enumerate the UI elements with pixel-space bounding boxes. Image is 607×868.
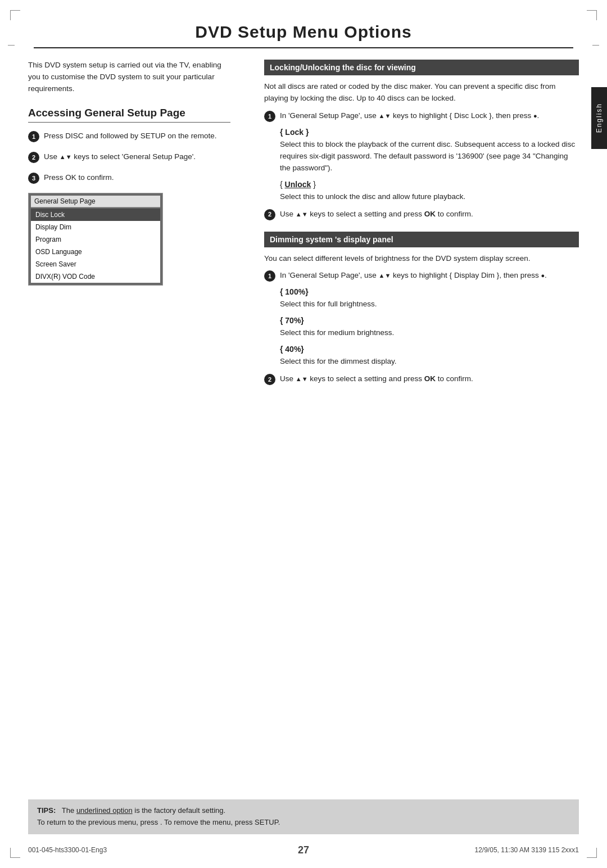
unlock-brace-open: { xyxy=(280,180,285,189)
option1-heading: { 100%} xyxy=(280,287,579,296)
english-label: English xyxy=(595,103,603,133)
arrow-icon-s1: ▲▼ xyxy=(379,112,391,119)
option3-heading: { 40%} xyxy=(280,345,579,354)
tips-bar: TIPS: The underlined option is the facto… xyxy=(28,799,579,834)
unlock-label: Unlock xyxy=(285,180,311,189)
corner-mark-bl xyxy=(10,848,20,858)
footer-right: 12/9/05, 11:30 AM 3139 115 2xxx1 xyxy=(475,846,579,854)
step-1-text: Press DISC and followed by SETUP on the … xyxy=(44,130,230,142)
section1-step2-num: 2 xyxy=(264,209,275,220)
left-column: This DVD system setup is carried out via… xyxy=(28,60,242,391)
section1-step2: 2 Use ▲▼ keys to select a setting and pr… xyxy=(264,209,579,220)
tips-underlined: underlined option xyxy=(76,806,133,815)
side-mark-right xyxy=(592,45,599,46)
corner-mark-tl xyxy=(10,10,20,20)
option3-body: Select this for the dimmest display. xyxy=(280,356,579,368)
footer-left: 001-045-hts3300-01-Eng3 xyxy=(28,846,107,854)
section1-step1: 1 In 'General Setup Page', use ▲▼ keys t… xyxy=(264,110,579,122)
menu-items: Disc Lock Display Dim Program OSD Langua… xyxy=(31,209,160,283)
menu-item-displaydim: Display Dim xyxy=(31,221,160,233)
tips-text3: To return to the previous menu, press . … xyxy=(37,818,280,826)
intro-text: This DVD system setup is carried out via… xyxy=(28,60,230,95)
page-title: DVD Setup Menu Options xyxy=(0,0,607,47)
step-2-num: 2 xyxy=(28,152,39,163)
menu-item-screensaver: Screen Saver xyxy=(31,258,160,270)
step-1: 1 Press DISC and followed by SETUP on th… xyxy=(28,130,230,142)
corner-mark-tr xyxy=(587,10,597,20)
arrow-icon-s2s2: ▲▼ xyxy=(296,376,308,382)
content-area: This DVD system setup is carried out via… xyxy=(0,60,607,391)
menu-item-program: Program xyxy=(31,233,160,246)
footer-page-num: 27 xyxy=(298,844,309,856)
side-mark-left xyxy=(8,45,15,46)
lock-heading: { Lock } xyxy=(280,128,579,137)
menu-item-disclock: Disc Lock xyxy=(31,209,160,221)
tips-text1: The xyxy=(62,806,74,815)
right-column: Locking/Unlocking the disc for viewing N… xyxy=(259,60,579,391)
section1-header: Locking/Unlocking the disc for viewing xyxy=(264,60,579,75)
step-3: 3 Press OK to confirm. xyxy=(28,172,230,184)
menu-item-divxvod: DIVX(R) VOD Code xyxy=(31,270,160,283)
title-underline xyxy=(34,47,573,48)
english-tab: English xyxy=(591,87,607,149)
corner-mark-br xyxy=(587,848,597,858)
section1-step2-text: Use ▲▼ keys to select a setting and pres… xyxy=(280,209,579,220)
step-2: 2 Use ▲▼ keys to select 'General Setup P… xyxy=(28,151,230,163)
left-section-heading: Accessing General Setup Page xyxy=(28,106,230,123)
unlock-heading-wrap: { Unlock } xyxy=(280,180,579,189)
menu-item-osdlanguage: OSD Language xyxy=(31,246,160,258)
tips-text2: is the factory default setting. xyxy=(134,806,225,815)
lock-body: Select this to block the playback of the… xyxy=(280,139,579,174)
tips-label: TIPS: xyxy=(37,806,56,815)
unlock-body: Select this to unlock the disc and allow… xyxy=(280,191,579,203)
step-2-text: Use ▲▼ keys to select 'General Setup Pag… xyxy=(44,151,230,162)
section2-step2: 2 Use ▲▼ keys to select a setting and pr… xyxy=(264,373,579,385)
menu-title-bar: General Setup Page xyxy=(31,196,160,207)
step-3-text: Press OK to confirm. xyxy=(44,172,230,183)
section2-header: Dimming system 's display panel xyxy=(264,232,579,247)
section2-step1: 1 In 'General Setup Page', use ▲▼ keys t… xyxy=(264,270,579,282)
footer: 001-045-hts3300-01-Eng3 27 12/9/05, 11:3… xyxy=(28,846,579,854)
step-1-num: 1 xyxy=(28,131,39,142)
option2-body: Select this for medium brightness. xyxy=(280,327,579,339)
arrow-icon-step2: ▲▼ xyxy=(60,153,72,160)
option1-body: Select this for full brightness. xyxy=(280,299,579,310)
section1-step1-text: In 'General Setup Page', use ▲▼ keys to … xyxy=(280,110,579,121)
section1-step1-num: 1 xyxy=(264,111,275,122)
option2-heading: { 70%} xyxy=(280,316,579,325)
section2-body: You can select different levels of brigh… xyxy=(264,253,579,265)
section2-step1-text: In 'General Setup Page', use ▲▼ keys to … xyxy=(280,270,579,281)
section1-body: Not all discs are rated or coded by the … xyxy=(264,81,579,105)
unlock-brace-close: } xyxy=(311,180,316,189)
section2-step2-text: Use ▲▼ keys to select a setting and pres… xyxy=(280,373,579,385)
section2-step2-num: 2 xyxy=(264,374,275,385)
section2-step1-num: 1 xyxy=(264,270,275,282)
arrow-icon-s2: ▲▼ xyxy=(379,272,391,279)
arrow-icon-s1s2: ▲▼ xyxy=(296,211,308,218)
step-3-num: 3 xyxy=(28,173,39,184)
menu-mockup: General Setup Page Disc Lock Display Dim… xyxy=(28,193,163,286)
